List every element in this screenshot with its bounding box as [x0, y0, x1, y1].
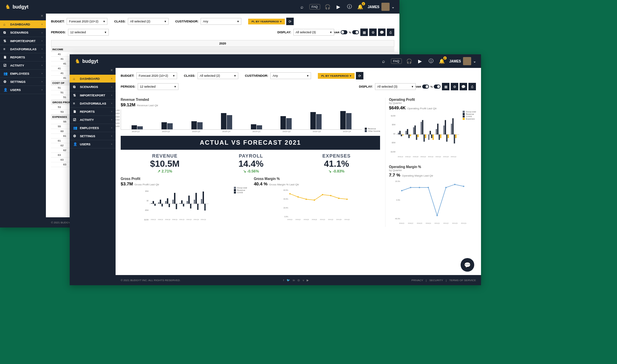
grid-button[interactable]: ▦ [360, 29, 368, 36]
pl-button[interactable]: PL BY YEAR/PERIOD▾ [248, 19, 285, 24]
sidebar-item-import[interactable]: ⇅IMPORT/EXPORT› [70, 91, 116, 99]
sidebar-item-reports[interactable]: 🗎REPORTS› [70, 108, 116, 116]
sidebar-item-employees[interactable]: 👥EMPLOYEES› [0, 70, 46, 78]
settings-button[interactable]: ⚙ [451, 83, 458, 90]
chat-button[interactable]: 💬 [378, 29, 385, 36]
topbar-back: ♞ budgyt ⌕ FAQ 🎧 ▶ ⓘ 🔔2 JAMES ⌄ [0, 0, 399, 14]
svg-rect-71 [422, 120, 424, 134]
chat-fab[interactable]: 💬 [461, 258, 474, 272]
pl-button[interactable]: PL BY YEAR/PERIOD▾ [318, 73, 355, 79]
display-select[interactable]: All selected (3)▾ [375, 83, 416, 90]
sidebar-item-dashboard[interactable]: ⌂DASHBOARD› [0, 20, 46, 29]
close-icon[interactable]: × [70, 68, 116, 75]
svg-text:2019-Q2: 2019-Q2 [186, 219, 192, 220]
year-header: 2020 [51, 40, 394, 47]
var-toggle[interactable] [422, 85, 429, 89]
youtube-icon[interactable]: ▶ [307, 279, 309, 282]
check-icon: ☑ [73, 118, 77, 122]
gear-icon: ⚙ [3, 80, 7, 84]
file-icon: 🗎 [3, 55, 7, 59]
bell-icon[interactable]: 🔔2 [357, 3, 364, 10]
instagram-icon[interactable]: ◎ [297, 279, 300, 282]
search-icon[interactable]: ⌕ [298, 3, 305, 10]
vendor-label: CUST/VENDOR: [175, 20, 199, 23]
class-select[interactable]: All selected (2)▾ [128, 18, 169, 25]
video-icon[interactable]: ▶ [335, 3, 342, 10]
security-link[interactable]: SECURITY [429, 279, 443, 282]
operating-margin-svg: 20.0%0.0%-40.0% 2018-Q12018-Q22018-Q3201… [389, 178, 476, 225]
sidebar-item-scenarios[interactable]: ⧉SCENARIOS› [0, 29, 46, 37]
budget-select[interactable]: Forecast 2020 (10+2)▾ [67, 18, 107, 25]
privacy-link[interactable]: PRIVACY [411, 279, 423, 282]
class-select[interactable]: All selected (2)▾ [198, 72, 238, 79]
sidebar-item-settings[interactable]: ⚙SETTINGS› [70, 132, 116, 140]
periods-select[interactable]: 12 selected▾ [68, 29, 109, 36]
periods-select[interactable]: 12 selected▾ [138, 83, 178, 90]
svg-rect-12 [176, 204, 177, 209]
vimeo-icon[interactable]: v [303, 279, 304, 282]
logo[interactable]: ♞ budgyt [5, 3, 29, 11]
pct-toggle[interactable] [352, 30, 359, 34]
user-menu[interactable]: JAMES ⌄ [368, 3, 394, 11]
refresh-button[interactable]: ⟳ [286, 18, 294, 25]
svg-rect-5 [160, 200, 161, 204]
sidebar-item-users[interactable]: 👤USERS› [70, 140, 116, 148]
bell-icon[interactable]: 🔔2 [439, 58, 445, 65]
sidebar-item-activity[interactable]: ☑ACTIVITY› [70, 116, 116, 124]
sidebar-item-settings[interactable]: ⚙SETTINGS› [0, 78, 46, 86]
budget-label: BUDGET: [51, 20, 65, 23]
svg-text:-$5M: -$5M [391, 142, 395, 144]
info-icon[interactable]: ⓘ [428, 58, 434, 65]
info-icon[interactable]: ⓘ [346, 3, 353, 10]
settings-button[interactable]: ⚙ [369, 29, 377, 36]
display-select[interactable]: All selected (3)▾ [293, 29, 334, 36]
gross-profit-chart: Gross Profit $3.7M Gross Profit Last Qtr… [121, 177, 247, 222]
search-icon[interactable]: ⌕ [380, 58, 387, 65]
svg-text:-$10M: -$10M [144, 219, 149, 221]
var-toggle[interactable] [341, 30, 347, 34]
tos-link[interactable]: TERMS OF SERVICE [449, 279, 476, 282]
twitter-icon[interactable]: 🐦 [287, 279, 290, 282]
svg-rect-23 [203, 192, 204, 204]
export-button[interactable]: ⎙ [468, 83, 476, 90]
svg-point-54 [330, 195, 331, 196]
sidebar-item-reports[interactable]: 🗎REPORTS› [0, 53, 46, 61]
sidebar-item-dashboard[interactable]: ⌂DASHBOARD› [70, 75, 116, 83]
gear-icon: ⚙ [73, 134, 77, 138]
video-icon[interactable]: ▶ [417, 58, 424, 65]
faq-button[interactable]: FAQ [309, 4, 320, 10]
sidebar-item-users[interactable]: 👤USERS› [0, 86, 46, 94]
display-label: DISPLAY: [277, 31, 291, 34]
svg-rect-80 [439, 134, 440, 140]
faq-button[interactable]: FAQ [391, 58, 402, 64]
headset-icon[interactable]: 🎧 [406, 58, 413, 65]
budget-select[interactable]: Forecast 2020 (10+2)▾ [136, 72, 177, 79]
sidebar-item-data[interactable]: ≡DATA/FORMULAS› [70, 99, 116, 108]
close-icon[interactable]: × [0, 14, 46, 20]
sidebar-item-import[interactable]: ⇅IMPORT/EXPORT› [0, 37, 46, 45]
grid-button[interactable]: ▦ [442, 83, 449, 90]
svg-rect-20 [195, 193, 197, 204]
sidebar-item-scenarios[interactable]: ⧉SCENARIOS› [70, 83, 116, 91]
sidebar-item-activity[interactable]: ☑ACTIVITY› [0, 61, 46, 70]
logo[interactable]: ♞ budgyt [75, 57, 98, 65]
sidebar-item-data[interactable]: ≡DATA/FORMULAS› [0, 45, 46, 53]
headset-icon[interactable]: 🎧 [324, 3, 331, 10]
svg-point-50 [297, 196, 298, 198]
facebook-icon[interactable]: f [283, 279, 284, 282]
svg-text:0.0%: 0.0% [284, 216, 288, 218]
gross-margin-chart: Gross Margin % 40.4 % Gross Margin % Las… [254, 177, 380, 222]
sidebar-item-employees[interactable]: 👥EMPLOYEES› [70, 124, 116, 132]
vendor-select[interactable]: Any▾ [201, 18, 241, 25]
refresh-button[interactable]: ⟳ [356, 72, 363, 79]
vendor-select[interactable]: Any▾ [270, 72, 311, 79]
user-menu[interactable]: JAMES ⌄ [449, 57, 476, 65]
chat-button[interactable]: 💬 [460, 83, 467, 90]
pct-toggle[interactable] [434, 85, 441, 89]
svg-rect-70 [421, 122, 422, 134]
svg-point-49 [289, 193, 290, 195]
svg-rect-11 [174, 193, 175, 204]
linkedin-icon[interactable]: in [293, 279, 295, 282]
export-button[interactable]: ⎙ [387, 29, 394, 36]
sidebar-back: × ⌂DASHBOARD› ⧉SCENARIOS› ⇅IMPORT/EXPORT… [0, 14, 46, 228]
